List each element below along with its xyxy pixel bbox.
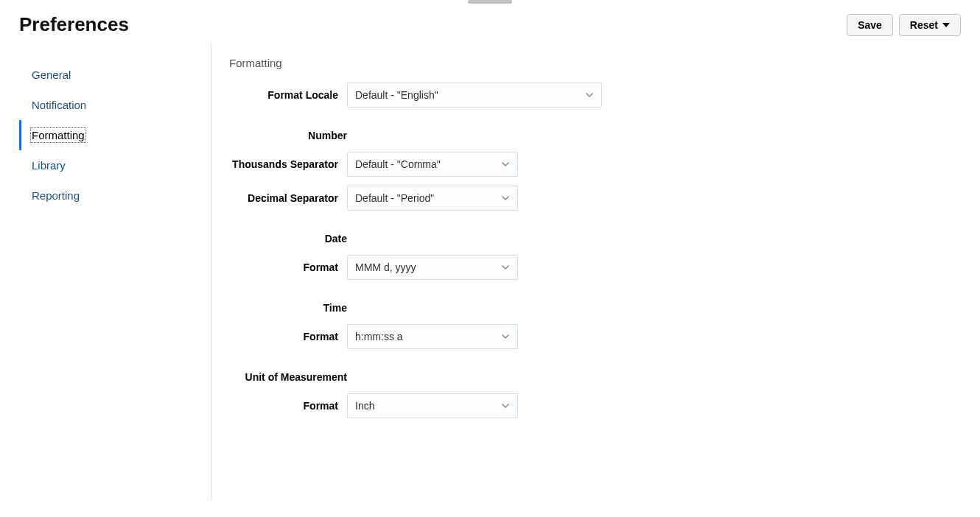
date-format-label: Format: [229, 261, 347, 273]
sidebar-item-label: General: [32, 68, 71, 81]
date-format-value: MMM d, yyyy: [355, 261, 416, 273]
save-button[interactable]: Save: [847, 14, 893, 36]
page-title: Preferences: [19, 13, 129, 36]
date-format-select[interactable]: MMM d, yyyy: [347, 255, 518, 280]
save-button-label: Save: [858, 19, 882, 31]
sidebar-item-label: Library: [32, 159, 66, 172]
date-heading: Date: [229, 233, 347, 245]
thousands-separator-select[interactable]: Default - "Comma": [347, 152, 518, 177]
sidebar-item-label: Formatting: [32, 129, 85, 141]
unit-format-select[interactable]: Inch: [347, 393, 518, 418]
reset-button-label: Reset: [910, 19, 938, 31]
reset-button[interactable]: Reset: [899, 14, 961, 36]
chevron-down-icon: [501, 263, 510, 272]
time-format-value: h:mm:ss a: [355, 331, 403, 342]
sidebar-item-general[interactable]: General: [19, 60, 211, 90]
caret-down-icon: [942, 23, 950, 27]
sidebar-item-notification[interactable]: Notification: [19, 90, 211, 120]
chevron-down-icon: [501, 332, 510, 341]
decimal-separator-select[interactable]: Default - "Period": [347, 186, 518, 211]
sidebar-item-label: Reporting: [32, 189, 80, 202]
number-heading: Number: [229, 130, 347, 141]
format-locale-label: Format Locale: [229, 89, 347, 101]
sidebar-item-reporting[interactable]: Reporting: [19, 180, 211, 211]
chevron-down-icon: [501, 194, 510, 203]
time-heading: Time: [229, 302, 347, 314]
preferences-sidebar: General Notification Formatting Library …: [19, 43, 211, 500]
thousands-separator-value: Default - "Comma": [355, 158, 441, 170]
decimal-separator-value: Default - "Period": [355, 192, 434, 204]
unit-format-label: Format: [229, 400, 347, 412]
format-locale-value: Default - "English": [355, 89, 438, 101]
chevron-down-icon: [585, 91, 594, 99]
chevron-down-icon: [501, 160, 510, 169]
time-format-label: Format: [229, 331, 347, 342]
chevron-down-icon: [501, 401, 510, 410]
unit-heading: Unit of Measurement: [229, 371, 347, 383]
time-format-select[interactable]: h:mm:ss a: [347, 324, 518, 349]
thousands-separator-label: Thousands Separator: [229, 158, 347, 170]
format-locale-select[interactable]: Default - "English": [347, 82, 602, 108]
formatting-panel: Formatting Format Locale Default - "Engl…: [211, 43, 961, 500]
section-title: Formatting: [229, 57, 961, 69]
decimal-separator-label: Decimal Separator: [229, 192, 347, 204]
sidebar-item-formatting[interactable]: Formatting: [19, 120, 211, 150]
sidebar-item-label: Notification: [32, 99, 86, 111]
unit-format-value: Inch: [355, 400, 374, 412]
sidebar-item-library[interactable]: Library: [19, 150, 211, 180]
drag-handle: [468, 0, 512, 4]
